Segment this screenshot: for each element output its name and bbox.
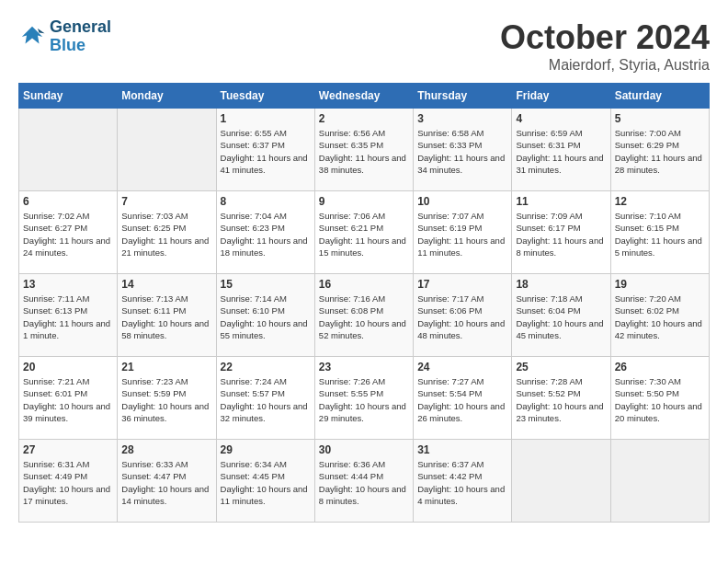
calendar-cell: 2Sunrise: 6:56 AM Sunset: 6:35 PM Daylig…: [314, 109, 413, 191]
day-number: 25: [516, 361, 606, 373]
day-number: 17: [417, 278, 507, 291]
calendar-cell: 31Sunrise: 6:37 AM Sunset: 4:42 PM Dayli…: [414, 440, 512, 523]
day-info: Sunrise: 7:24 AM Sunset: 5:57 PM Dayligh…: [221, 375, 311, 424]
day-number: 30: [319, 443, 409, 456]
calendar-cell: 24Sunrise: 7:27 AM Sunset: 5:54 PM Dayli…: [414, 357, 512, 440]
day-number: 14: [121, 278, 211, 291]
day-info: Sunrise: 7:20 AM Sunset: 6:02 PM Dayligh…: [615, 293, 705, 341]
page-header: General Blue October 2024 Maierdorf, Sty…: [18, 18, 710, 74]
day-number: 3: [417, 112, 507, 125]
weekday-header-friday: Friday: [512, 84, 610, 109]
calendar-cell: 19Sunrise: 7:20 AM Sunset: 6:02 PM Dayli…: [610, 274, 709, 357]
day-info: Sunrise: 7:18 AM Sunset: 6:04 PM Dayligh…: [516, 293, 606, 341]
calendar-cell: 3Sunrise: 6:58 AM Sunset: 6:33 PM Daylig…: [414, 109, 512, 191]
day-number: 31: [417, 443, 507, 456]
day-info: Sunrise: 6:59 AM Sunset: 6:31 PM Dayligh…: [516, 127, 606, 176]
day-info: Sunrise: 6:37 AM Sunset: 4:42 PM Dayligh…: [417, 458, 507, 507]
calendar-table: SundayMondayTuesdayWednesdayThursdayFrid…: [18, 83, 710, 523]
day-number: 4: [516, 112, 606, 125]
day-info: Sunrise: 6:55 AM Sunset: 6:37 PM Dayligh…: [221, 127, 311, 176]
day-number: 23: [319, 361, 409, 373]
day-number: 20: [23, 361, 113, 373]
day-info: Sunrise: 7:02 AM Sunset: 6:27 PM Dayligh…: [23, 210, 113, 259]
calendar-week-5: 27Sunrise: 6:31 AM Sunset: 4:49 PM Dayli…: [19, 440, 710, 523]
calendar-cell: 8Sunrise: 7:04 AM Sunset: 6:23 PM Daylig…: [216, 191, 314, 274]
calendar-cell: 30Sunrise: 6:36 AM Sunset: 4:44 PM Dayli…: [314, 440, 413, 523]
calendar-cell: 14Sunrise: 7:13 AM Sunset: 6:11 PM Dayli…: [118, 274, 216, 357]
day-number: 15: [221, 278, 311, 291]
calendar-cell: 27Sunrise: 6:31 AM Sunset: 4:49 PM Dayli…: [19, 440, 118, 523]
day-info: Sunrise: 7:26 AM Sunset: 5:55 PM Dayligh…: [319, 375, 409, 424]
day-info: Sunrise: 7:04 AM Sunset: 6:23 PM Dayligh…: [221, 210, 311, 259]
calendar-cell: 13Sunrise: 7:11 AM Sunset: 6:13 PM Dayli…: [19, 274, 118, 357]
weekday-header-thursday: Thursday: [414, 84, 512, 109]
logo: General Blue: [18, 18, 111, 55]
calendar-cell: 18Sunrise: 7:18 AM Sunset: 6:04 PM Dayli…: [512, 274, 610, 357]
day-number: 6: [23, 195, 113, 208]
day-number: 28: [121, 443, 211, 456]
calendar-cell: 4Sunrise: 6:59 AM Sunset: 6:31 PM Daylig…: [512, 109, 610, 191]
weekday-header-row: SundayMondayTuesdayWednesdayThursdayFrid…: [19, 84, 710, 109]
day-info: Sunrise: 6:34 AM Sunset: 4:45 PM Dayligh…: [221, 458, 311, 507]
day-number: 11: [516, 195, 606, 208]
title-area: October 2024 Maierdorf, Styria, Austria: [500, 18, 710, 74]
calendar-cell: 5Sunrise: 7:00 AM Sunset: 6:29 PM Daylig…: [610, 109, 709, 191]
day-info: Sunrise: 7:13 AM Sunset: 6:11 PM Dayligh…: [121, 293, 211, 341]
calendar-cell: 25Sunrise: 7:28 AM Sunset: 5:52 PM Dayli…: [512, 357, 610, 440]
day-number: 1: [221, 112, 311, 125]
calendar-cell: 21Sunrise: 7:23 AM Sunset: 5:59 PM Dayli…: [118, 357, 216, 440]
day-info: Sunrise: 7:06 AM Sunset: 6:21 PM Dayligh…: [319, 210, 409, 259]
calendar-cell: 9Sunrise: 7:06 AM Sunset: 6:21 PM Daylig…: [314, 191, 413, 274]
day-number: 8: [221, 195, 311, 208]
day-info: Sunrise: 6:58 AM Sunset: 6:33 PM Dayligh…: [417, 127, 507, 176]
day-info: Sunrise: 7:17 AM Sunset: 6:06 PM Dayligh…: [417, 293, 507, 341]
weekday-header-sunday: Sunday: [19, 84, 118, 109]
day-info: Sunrise: 6:56 AM Sunset: 6:35 PM Dayligh…: [319, 127, 409, 176]
calendar-cell: 28Sunrise: 6:33 AM Sunset: 4:47 PM Dayli…: [118, 440, 216, 523]
weekday-header-monday: Monday: [118, 84, 216, 109]
day-info: Sunrise: 7:23 AM Sunset: 5:59 PM Dayligh…: [121, 375, 211, 424]
day-number: 22: [221, 361, 311, 373]
calendar-cell: 23Sunrise: 7:26 AM Sunset: 5:55 PM Dayli…: [314, 357, 413, 440]
day-number: 29: [221, 443, 311, 456]
month-title: October 2024: [500, 18, 710, 57]
day-number: 27: [23, 443, 113, 456]
day-number: 12: [615, 195, 705, 208]
logo-icon: [18, 23, 46, 51]
calendar-cell: [118, 109, 216, 191]
day-info: Sunrise: 7:21 AM Sunset: 6:01 PM Dayligh…: [23, 375, 113, 424]
logo-line2: Blue: [50, 37, 111, 55]
day-number: 10: [417, 195, 507, 208]
weekday-header-tuesday: Tuesday: [216, 84, 314, 109]
calendar-week-3: 13Sunrise: 7:11 AM Sunset: 6:13 PM Dayli…: [19, 274, 710, 357]
calendar-cell: [512, 440, 610, 523]
calendar-cell: 20Sunrise: 7:21 AM Sunset: 6:01 PM Dayli…: [19, 357, 118, 440]
calendar-week-1: 1Sunrise: 6:55 AM Sunset: 6:37 PM Daylig…: [19, 109, 710, 191]
logo-text: General Blue: [50, 18, 111, 55]
day-info: Sunrise: 7:30 AM Sunset: 5:50 PM Dayligh…: [615, 375, 705, 424]
calendar-cell: 1Sunrise: 6:55 AM Sunset: 6:37 PM Daylig…: [216, 109, 314, 191]
day-info: Sunrise: 6:31 AM Sunset: 4:49 PM Dayligh…: [23, 458, 113, 507]
svg-marker-0: [22, 27, 43, 44]
calendar-cell: 11Sunrise: 7:09 AM Sunset: 6:17 PM Dayli…: [512, 191, 610, 274]
day-number: 19: [615, 278, 705, 291]
calendar-cell: 6Sunrise: 7:02 AM Sunset: 6:27 PM Daylig…: [19, 191, 118, 274]
calendar-cell: 16Sunrise: 7:16 AM Sunset: 6:08 PM Dayli…: [314, 274, 413, 357]
location-title: Maierdorf, Styria, Austria: [500, 57, 710, 74]
calendar-cell: [19, 109, 118, 191]
day-info: Sunrise: 7:14 AM Sunset: 6:10 PM Dayligh…: [221, 293, 311, 341]
day-info: Sunrise: 6:36 AM Sunset: 4:44 PM Dayligh…: [319, 458, 409, 507]
day-number: 9: [319, 195, 409, 208]
day-number: 5: [615, 112, 705, 125]
calendar-cell: 10Sunrise: 7:07 AM Sunset: 6:19 PM Dayli…: [414, 191, 512, 274]
day-number: 21: [121, 361, 211, 373]
calendar-cell: 17Sunrise: 7:17 AM Sunset: 6:06 PM Dayli…: [414, 274, 512, 357]
svg-marker-1: [38, 29, 45, 33]
day-number: 2: [319, 112, 409, 125]
calendar-week-4: 20Sunrise: 7:21 AM Sunset: 6:01 PM Dayli…: [19, 357, 710, 440]
calendar-cell: 7Sunrise: 7:03 AM Sunset: 6:25 PM Daylig…: [118, 191, 216, 274]
day-number: 13: [23, 278, 113, 291]
calendar-cell: 22Sunrise: 7:24 AM Sunset: 5:57 PM Dayli…: [216, 357, 314, 440]
calendar-cell: 15Sunrise: 7:14 AM Sunset: 6:10 PM Dayli…: [216, 274, 314, 357]
day-info: Sunrise: 7:03 AM Sunset: 6:25 PM Dayligh…: [121, 210, 211, 259]
